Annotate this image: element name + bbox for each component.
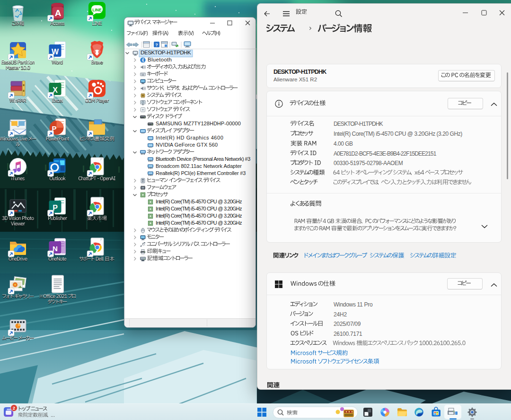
svg-text:LINE: LINE (92, 8, 102, 12)
svg-text:?: ? (155, 43, 158, 47)
svg-text:A: A (55, 8, 62, 18)
svg-text:2: 2 (13, 405, 15, 411)
